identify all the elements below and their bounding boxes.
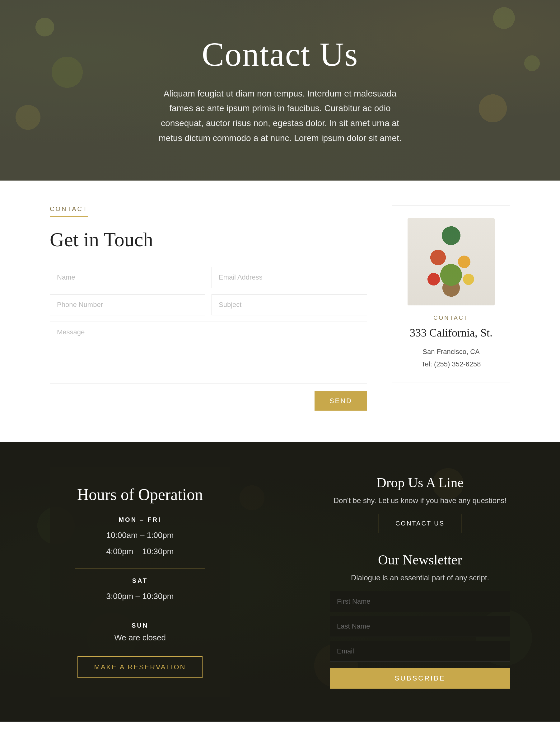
drop-us-line-box: Drop Us A Line Don't be shy. Let us know… — [330, 475, 510, 533]
name-input[interactable] — [50, 267, 205, 288]
get-in-touch-title: Get in Touch — [50, 228, 367, 251]
contact-form-section: CONTACT Get in Touch SEND CONTACT 333 Ca… — [0, 181, 560, 442]
newsletter-last-name-input[interactable] — [330, 616, 510, 637]
card-tag: CONTACT — [405, 315, 497, 321]
dark-section: Hours of Operation MON – FRI 10:00am – 1… — [0, 442, 560, 722]
newsletter-box: Our Newsletter Dialogue is an essential … — [330, 552, 510, 688]
hero-title: Contact Us — [152, 35, 408, 74]
message-textarea[interactable] — [50, 321, 367, 384]
hours-divider-1 — [75, 568, 205, 568]
card-address: 333 California, St. — [405, 326, 497, 339]
newsletter-desc: Dialogue is an essential part of any scr… — [330, 573, 510, 582]
newsletter-email-input[interactable] — [330, 641, 510, 662]
subscribe-button[interactable]: SUBSCRIBE — [330, 668, 510, 688]
right-panel: Drop Us A Line Don't be shy. Let us know… — [280, 442, 560, 722]
phone-input[interactable] — [50, 294, 205, 315]
drop-desc: Don't be shy. Let us know if you have an… — [330, 496, 510, 505]
contact-food-image — [408, 218, 495, 305]
form-row-2 — [50, 294, 367, 315]
hero-content: Contact Us Aliquam feugiat ut diam non t… — [140, 35, 420, 146]
make-reservation-button[interactable]: MAKE A RESERVATION — [78, 656, 203, 678]
mon-fri-label: MON – FRI — [75, 516, 205, 523]
drop-title: Drop Us A Line — [330, 475, 510, 491]
hours-title: Hours of Operation — [75, 485, 205, 504]
email-input[interactable] — [212, 267, 367, 288]
mon-fri-time2: 4:00pm – 10:30pm — [75, 543, 205, 559]
hours-divider-2 — [75, 613, 205, 613]
hours-panel: Hours of Operation MON – FRI 10:00am – 1… — [0, 442, 280, 722]
contact-info-card: CONTACT 333 California, St. San Francisc… — [392, 205, 510, 383]
hero-section: Contact Us Aliquam feugiat ut diam non t… — [0, 0, 560, 181]
subject-input[interactable] — [212, 294, 367, 315]
sun-label: SUN — [75, 622, 205, 629]
sat-time: 3:00pm – 10:30pm — [75, 588, 205, 604]
newsletter-first-name-input[interactable] — [330, 591, 510, 612]
card-city: San Francisco, CA — [405, 346, 497, 358]
card-tel: Tel: (255) 352-6258 — [405, 358, 497, 370]
newsletter-title: Our Newsletter — [330, 552, 510, 568]
mon-fri-time1: 10:00am – 1:00pm — [75, 527, 205, 543]
send-button[interactable]: SEND — [315, 391, 367, 410]
hero-description: Aliquam feugiat ut diam non tempus. Inte… — [152, 86, 408, 146]
sun-closed: We are closed — [75, 633, 205, 643]
hours-box: Hours of Operation MON – FRI 10:00am – 1… — [50, 467, 230, 697]
contact-tag: CONTACT — [50, 205, 88, 217]
sat-label: SAT — [75, 577, 205, 584]
contact-form-left: CONTACT Get in Touch SEND — [50, 205, 367, 410]
form-row-1 — [50, 267, 367, 288]
contact-us-button[interactable]: CONTACT US — [378, 514, 461, 533]
